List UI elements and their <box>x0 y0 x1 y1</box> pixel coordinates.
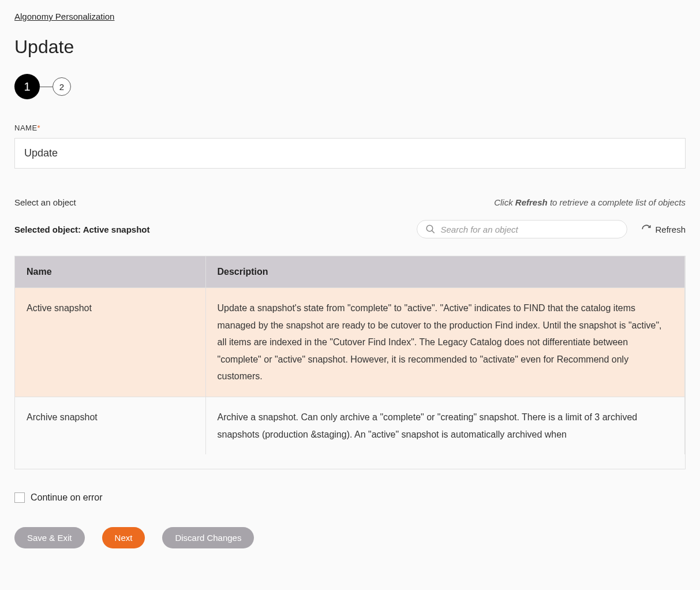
object-table: Name Description Active snapshot Update … <box>14 256 686 469</box>
discard-button[interactable]: Discard Changes <box>162 527 254 548</box>
table-row[interactable]: Active snapshot Update a snapshot's stat… <box>15 288 685 397</box>
save-exit-button[interactable]: Save & Exit <box>14 527 85 548</box>
selected-object-label: Selected object: Active snapshot <box>14 225 150 234</box>
stepper: 1 2 <box>14 74 686 99</box>
col-name: Name <box>15 256 205 288</box>
search-box[interactable] <box>417 220 627 238</box>
refresh-label: Refresh <box>655 225 686 234</box>
refresh-button[interactable]: Refresh <box>641 224 686 234</box>
cell-description: Archive a snapshot. Can only archive a "… <box>205 397 685 454</box>
breadcrumb[interactable]: Algonomy Personalization <box>14 12 114 21</box>
table-row[interactable]: Archive snapshot Archive a snapshot. Can… <box>15 397 685 454</box>
table-scroll[interactable]: Name Description Active snapshot Update … <box>15 256 685 469</box>
svg-line-1 <box>432 230 435 233</box>
step-connector <box>40 87 53 87</box>
step-1[interactable]: 1 <box>14 74 40 99</box>
continue-on-error-checkbox[interactable] <box>14 492 25 503</box>
search-input[interactable] <box>440 225 619 234</box>
cell-name: Archive snapshot <box>15 397 205 454</box>
refresh-hint: Click Refresh to retrieve a complete lis… <box>494 197 686 207</box>
step-2[interactable]: 2 <box>53 77 71 96</box>
refresh-icon <box>641 224 652 234</box>
name-label: NAME* <box>14 124 686 132</box>
continue-on-error-label[interactable]: Continue on error <box>31 492 103 503</box>
search-icon <box>425 224 436 234</box>
select-object-label: Select an object <box>14 197 76 207</box>
name-input[interactable] <box>14 138 686 169</box>
svg-point-0 <box>427 225 433 231</box>
col-description: Description <box>205 256 685 288</box>
page-title: Update <box>14 36 686 58</box>
next-button[interactable]: Next <box>102 527 145 548</box>
cell-name: Active snapshot <box>15 288 205 397</box>
cell-description: Update a snapshot's state from "complete… <box>205 288 685 397</box>
